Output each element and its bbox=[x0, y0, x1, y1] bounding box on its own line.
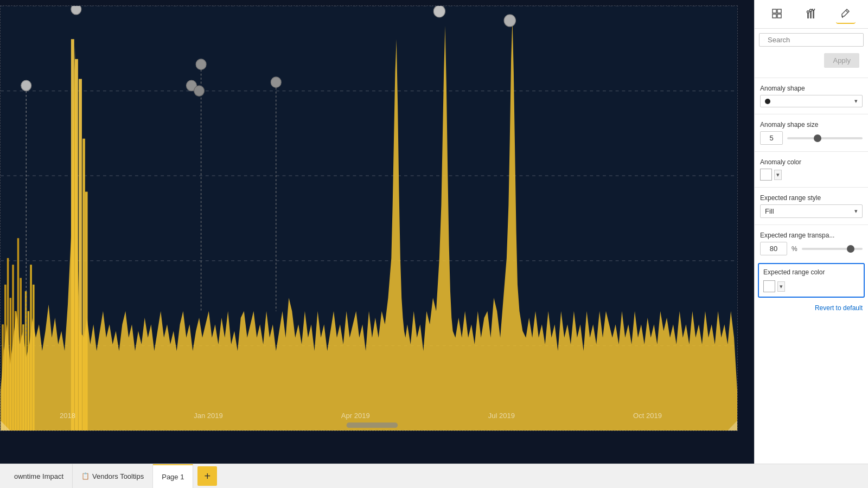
expected-range-color-swatch[interactable] bbox=[763, 280, 775, 292]
anomaly-shape-size-label: Anomaly shape size bbox=[760, 121, 863, 129]
chart-area: 2018 Jan 2019 Apr 2019 Jul 2019 Oct 2019 bbox=[0, 0, 754, 464]
anomaly-color-dropdown-btn[interactable]: ▾ bbox=[774, 170, 782, 180]
expected-range-color-label: Expected range color bbox=[763, 268, 859, 276]
svg-line-49 bbox=[846, 10, 848, 12]
add-tab-icon: + bbox=[205, 470, 211, 483]
expected-range-transparency-row: % bbox=[760, 242, 863, 255]
svg-rect-36 bbox=[347, 422, 398, 428]
expected-range-style-select[interactable]: Fill ▾ bbox=[760, 204, 863, 218]
svg-point-34 bbox=[433, 6, 445, 17]
main-area: 2018 Jan 2019 Apr 2019 Jul 2019 Oct 2019 bbox=[0, 0, 868, 464]
tab-downtime-impact[interactable]: owntime Impact bbox=[5, 464, 73, 488]
search-box[interactable] bbox=[759, 33, 864, 47]
svg-point-25 bbox=[21, 80, 31, 91]
x-label-jan2019: Jan 2019 bbox=[194, 412, 223, 420]
svg-point-32 bbox=[271, 77, 281, 88]
anomaly-size-row: 5 bbox=[760, 131, 863, 145]
anomaly-color-section: Anomaly color ▾ bbox=[755, 154, 868, 185]
revert-to-default-link[interactable]: Revert to default bbox=[755, 301, 868, 315]
tab-vendors-tooltips-label: Vendors Tooltips bbox=[92, 472, 144, 480]
expected-range-transparency-input[interactable] bbox=[760, 242, 787, 255]
tab-vendors-tooltips-icon: 📋 bbox=[81, 472, 90, 480]
brush-icon bbox=[840, 8, 851, 19]
search-icon bbox=[764, 36, 764, 44]
anomaly-shape-section: Anomaly shape ▾ bbox=[755, 80, 868, 112]
anomaly-shape-label: Anomaly shape bbox=[760, 85, 863, 92]
expected-range-style-label: Expected range style bbox=[760, 194, 863, 202]
chart-svg bbox=[1, 6, 737, 431]
chart-settings-icon bbox=[806, 9, 817, 20]
tab-page-1-label: Page 1 bbox=[162, 473, 184, 481]
expected-range-color-section: Expected range color ▾ bbox=[758, 263, 865, 298]
svg-point-48 bbox=[812, 9, 814, 10]
grid-icon bbox=[772, 9, 783, 20]
anomaly-color-label: Anomaly color bbox=[760, 158, 863, 166]
svg-point-31 bbox=[194, 86, 205, 97]
expected-range-style-chevron: ▾ bbox=[854, 208, 858, 215]
svg-rect-43 bbox=[807, 13, 809, 18]
svg-point-47 bbox=[809, 9, 812, 11]
tab-page-1[interactable]: Page 1 bbox=[153, 464, 193, 488]
anomaly-shape-select[interactable]: ▾ bbox=[760, 95, 863, 107]
grid-icon-btn[interactable] bbox=[768, 4, 787, 24]
search-input[interactable] bbox=[768, 36, 859, 44]
expected-range-transparency-section: Expected range transpa... % bbox=[755, 227, 868, 260]
expected-range-style-section: Expected range style Fill ▾ bbox=[755, 190, 868, 222]
anomaly-size-input[interactable]: 5 bbox=[760, 131, 783, 145]
anomaly-shape-dot bbox=[765, 99, 770, 104]
panel-toolbar bbox=[755, 0, 868, 29]
expected-range-style-value: Fill bbox=[765, 207, 774, 215]
transparency-unit: % bbox=[792, 245, 797, 253]
svg-rect-45 bbox=[813, 10, 814, 18]
x-axis-labels: 2018 Jan 2019 Apr 2019 Jul 2019 Oct 2019 bbox=[1, 412, 721, 420]
tab-vendors-tooltips[interactable]: 📋 Vendors Tooltips bbox=[73, 464, 153, 488]
svg-point-27 bbox=[71, 6, 81, 15]
expected-range-color-dropdown-btn[interactable]: ▾ bbox=[777, 281, 785, 292]
chevron-down-icon: ▾ bbox=[854, 98, 858, 105]
svg-rect-41 bbox=[773, 14, 776, 18]
anomaly-shape-size-section: Anomaly shape size 5 bbox=[755, 117, 868, 149]
bottom-tabs: owntime Impact 📋 Vendors Tooltips Page 1… bbox=[0, 464, 868, 488]
svg-point-35 bbox=[504, 15, 515, 27]
expected-range-transparency-label: Expected range transpa... bbox=[760, 232, 863, 239]
svg-point-50 bbox=[764, 40, 764, 40]
svg-rect-42 bbox=[777, 14, 781, 18]
x-label-jul2019: Jul 2019 bbox=[488, 412, 515, 420]
anomaly-size-slider-thumb[interactable] bbox=[814, 134, 821, 142]
x-label-oct2019: Oct 2019 bbox=[633, 412, 662, 420]
chart-container: 2018 Jan 2019 Apr 2019 Jul 2019 Oct 2019 bbox=[0, 5, 738, 431]
svg-point-28 bbox=[196, 59, 206, 70]
expected-range-color-row: ▾ bbox=[763, 280, 859, 292]
anomaly-color-row: ▾ bbox=[760, 169, 863, 181]
expected-range-transparency-slider-thumb[interactable] bbox=[847, 245, 854, 253]
svg-rect-40 bbox=[777, 9, 781, 13]
add-tab-button[interactable]: + bbox=[197, 466, 217, 486]
x-label-2018: 2018 bbox=[60, 412, 75, 420]
svg-point-46 bbox=[807, 11, 809, 13]
expected-range-transparency-slider-track[interactable] bbox=[802, 248, 863, 250]
svg-rect-39 bbox=[773, 9, 776, 13]
tab-downtime-impact-label: owntime Impact bbox=[14, 472, 63, 480]
chart-settings-icon-btn[interactable] bbox=[802, 4, 821, 24]
apply-button[interactable]: Apply bbox=[824, 53, 859, 68]
anomaly-size-slider-track[interactable] bbox=[787, 137, 863, 139]
anomaly-color-swatch[interactable] bbox=[760, 169, 772, 181]
svg-rect-44 bbox=[810, 11, 812, 18]
right-panel: Apply Anomaly shape ▾ Anomaly shape size… bbox=[754, 0, 868, 464]
brush-icon-btn[interactable] bbox=[836, 4, 856, 24]
x-label-apr2019: Apr 2019 bbox=[341, 412, 370, 420]
